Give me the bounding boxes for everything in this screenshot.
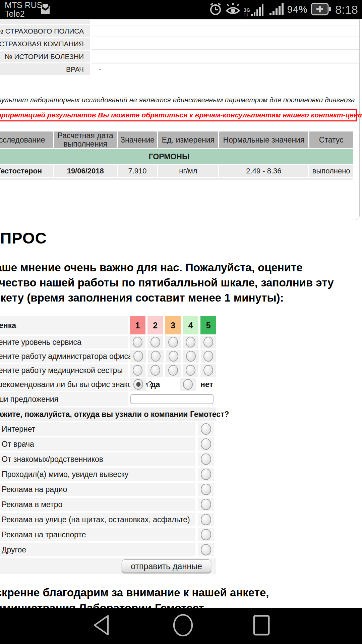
suggestions-input[interactable]	[130, 394, 214, 404]
back-button[interactable]	[91, 614, 111, 638]
form-row-clipped	[0, 19, 359, 24]
radio-button[interactable]	[133, 337, 142, 347]
suggestions-row: Ваши предложения	[0, 392, 216, 406]
lab-disclaimer-text: Результат лабораторных исследований не я…	[0, 96, 359, 104]
radio-button[interactable]	[203, 351, 213, 362]
browser-page[interactable]: № СТРАХОВОГО ПОЛИСА СТРАХОВАЯ КОМПАНИЯ №…	[0, 19, 362, 608]
source-question: Скажите, пожалуйста, откуда вы узнали о …	[0, 408, 216, 421]
radio-button[interactable]	[201, 469, 211, 480]
field-label: ВРАЧ	[0, 63, 90, 75]
mail-notification-icon	[40, 4, 51, 17]
col-header: Статус	[309, 131, 353, 148]
radio-button[interactable]	[201, 453, 211, 465]
radio-button[interactable]	[201, 484, 211, 495]
radio-button[interactable]	[201, 438, 211, 450]
radio-button[interactable]	[186, 337, 195, 347]
scale-4: 4	[183, 316, 198, 334]
radio-button[interactable]	[168, 365, 178, 376]
field-label: № ИСТОРИИ БОЛЕЗНИ	[0, 51, 90, 62]
field-label: № СТРАХОВОГО ПОЛИСА	[0, 25, 90, 37]
option-friends: От знакомых/родственников	[0, 452, 216, 466]
alarm-icon	[209, 2, 222, 17]
signal-3g-icon: 3G↑↓	[244, 3, 264, 16]
radio-button[interactable]	[201, 514, 211, 525]
survey-table: Оценка 1 2 3 4 5 Оцените уровень сервиса	[0, 316, 216, 574]
radio-button[interactable]	[150, 337, 160, 347]
survey-footer: Искренне благодарим за внимание к нашей …	[0, 585, 360, 608]
field-value	[92, 25, 359, 37]
form-row-doctor: ВРАЧ -	[0, 63, 359, 75]
radio-button[interactable]	[133, 351, 143, 362]
scale-label: Оценка	[0, 316, 128, 334]
test-date: 19/06/2018	[54, 165, 117, 177]
radio-button[interactable]	[169, 351, 178, 362]
status-icons: 3G↑↓ 94%	[209, 0, 358, 19]
radio-button[interactable]	[203, 337, 213, 347]
warning-banner: За интерпретацией результатов Вы можете …	[0, 109, 357, 121]
radio-button[interactable]	[201, 544, 211, 555]
option-other: Другое	[0, 543, 216, 556]
table-row-divider	[0, 178, 353, 180]
radio-yes[interactable]	[133, 379, 143, 390]
rating-row-nurse: Оцените работу медицинской сестры	[0, 364, 216, 377]
android-nav-bar	[0, 608, 362, 644]
rating-scale-header: Оценка 1 2 3 4 5	[0, 316, 216, 334]
radio-button[interactable]	[186, 351, 196, 362]
test-status: выполнено	[309, 165, 353, 177]
rating-row-service: Оцените уровень сервиса	[0, 336, 216, 348]
survey-intro: Ваше мнение очень важно для нас. Пожалуй…	[0, 260, 360, 305]
results-header-row: Исследование Расчетная дата выполнения З…	[0, 131, 354, 148]
survey-heading: ОПРОС	[0, 229, 360, 247]
home-button[interactable]	[172, 614, 194, 638]
battery-percent: 94%	[287, 4, 308, 15]
test-unit: нг/мл	[158, 165, 218, 177]
results-group-row: ГОРМОНЫ	[0, 149, 353, 164]
col-header: Нормальные значения	[219, 131, 308, 148]
signal-bars-icon	[269, 2, 284, 17]
lab-report-container: № СТРАХОВОГО ПОЛИСА СТРАХОВАЯ КОМПАНИЯ №…	[0, 19, 360, 220]
radio-button[interactable]	[186, 365, 195, 376]
radio-button[interactable]	[201, 529, 211, 540]
radio-button[interactable]	[150, 365, 160, 376]
col-header: Расчетная дата выполнения	[54, 131, 117, 148]
option-radio-ads: Реклама на радио	[0, 483, 216, 496]
table-row: Тестостерон 19/06/2018 7.910 нг/мл 2.49 …	[0, 165, 354, 177]
scale-3: 3	[165, 316, 181, 334]
recents-button[interactable]	[252, 614, 272, 638]
field-label: СТРАХОВАЯ КОМПАНИЯ	[0, 38, 90, 50]
radio-button[interactable]	[133, 365, 142, 376]
radio-button[interactable]	[203, 365, 213, 376]
radio-button[interactable]	[151, 351, 161, 362]
option-metro-ads: Реклама в метро	[0, 498, 216, 511]
col-header: Исследование	[0, 131, 53, 148]
option-internet: Интернет	[0, 422, 216, 436]
status-bar: MTS RUS Tele2 3G↑↓	[0, 0, 362, 19]
submit-button[interactable]: отправить данные	[122, 559, 211, 573]
field-value	[92, 51, 359, 62]
option-walkby: Проходил(а) мимо, увидел вывеску	[0, 468, 216, 481]
form-row-insurance-company: СТРАХОВАЯ КОМПАНИЯ	[0, 38, 359, 50]
radio-button[interactable]	[201, 423, 211, 435]
warning-text: За интерпретацией результатов Вы можете …	[0, 111, 362, 119]
radio-no[interactable]	[183, 379, 193, 390]
clock-time: 8:18	[335, 3, 358, 16]
option-doctor: От врача	[0, 437, 216, 451]
col-header: Ед. измерения	[158, 131, 218, 148]
radio-button[interactable]	[201, 499, 211, 510]
field-value: -	[92, 63, 359, 75]
yes-label: да	[146, 378, 178, 391]
submit-row: отправить данные	[0, 558, 216, 574]
form-row-insurance-number: № СТРАХОВОГО ПОЛИСА	[0, 25, 359, 37]
eye-comfort-icon	[225, 2, 241, 17]
results-table: Исследование Расчетная дата выполнения З…	[0, 131, 354, 180]
rating-row-administrator: Оцените работу администратора офиса	[0, 350, 216, 363]
recommend-row: Порекомендовали ли бы вы офис знакомым? …	[0, 378, 216, 391]
scale-5: 5	[200, 316, 216, 334]
field-value	[92, 38, 359, 50]
col-header: Значение	[118, 131, 158, 148]
network-type-label: 3G↑↓	[244, 8, 250, 16]
test-normal-range: 2.49 - 8.36	[219, 165, 308, 177]
carrier-label: MTS RUS Tele2	[5, 1, 43, 18]
phone-screen: MTS RUS Tele2 3G↑↓	[0, 0, 362, 644]
radio-button[interactable]	[168, 337, 178, 347]
